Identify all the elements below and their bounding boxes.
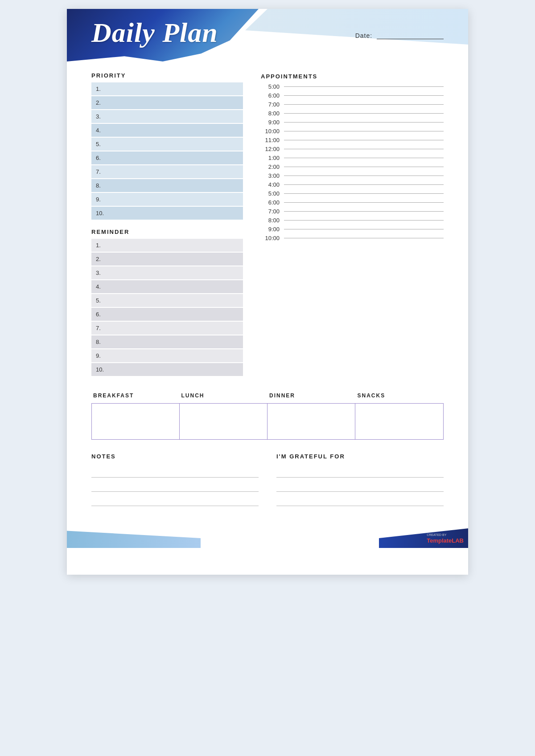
appt-line[interactable]	[284, 131, 444, 131]
grateful-line[interactable]	[276, 494, 444, 506]
list-item[interactable]: 8.	[91, 335, 243, 349]
lunch-column	[180, 404, 268, 439]
note-line[interactable]	[91, 494, 259, 506]
list-item[interactable]: 9.	[91, 349, 243, 363]
appointment-row: 5:00	[261, 190, 444, 197]
appt-time: 10:00	[261, 128, 284, 135]
appt-line[interactable]	[284, 113, 444, 114]
notes-title: NOTES	[91, 453, 259, 460]
list-item[interactable]: 8.	[91, 179, 243, 193]
priority-title: PRIORITY	[91, 72, 243, 79]
appointment-row: 2:00	[261, 163, 444, 170]
snacks-column	[355, 404, 443, 439]
list-item[interactable]: 10.	[91, 363, 243, 377]
footer: CREATED BY TemplateLAB	[67, 521, 468, 548]
appointment-row: 6:00	[261, 199, 444, 206]
grateful-line[interactable]	[276, 479, 444, 492]
snacks-content[interactable]	[355, 404, 443, 439]
appointment-row: 3:00	[261, 172, 444, 179]
appt-line[interactable]	[284, 184, 444, 185]
appt-line[interactable]	[284, 167, 444, 167]
appt-line[interactable]	[284, 193, 444, 194]
appt-line[interactable]	[284, 202, 444, 203]
appointments-title: APPOINTMENTS	[261, 73, 444, 80]
appt-line[interactable]	[284, 140, 444, 140]
breakfast-content[interactable]	[92, 404, 179, 439]
created-by-label: CREATED BY	[427, 533, 464, 536]
appt-time: 6:00	[261, 199, 284, 206]
appointment-row: 8:00	[261, 110, 444, 117]
list-item[interactable]: 1.	[91, 239, 243, 253]
appt-time: 2:00	[261, 163, 284, 170]
appt-line[interactable]	[284, 95, 444, 96]
appt-time: 7:00	[261, 208, 284, 215]
appointment-row: 9:00	[261, 119, 444, 126]
appt-line[interactable]	[284, 220, 444, 221]
list-item[interactable]: 2.	[91, 96, 243, 110]
footer-blob-left	[67, 523, 201, 548]
appt-line[interactable]	[284, 122, 444, 123]
note-line[interactable]	[91, 479, 259, 492]
date-line[interactable]	[377, 39, 444, 39]
list-item[interactable]: 4.	[91, 280, 243, 294]
grateful-line[interactable]	[276, 465, 444, 478]
appointment-row: 4:00	[261, 181, 444, 188]
appt-time: 11:00	[261, 137, 284, 143]
appt-time: 9:00	[261, 119, 284, 126]
grateful-title: I'M GRATEFUL FOR	[276, 453, 444, 460]
appt-time: 6:00	[261, 92, 284, 99]
appt-line[interactable]	[284, 104, 444, 105]
appointment-row: 7:00	[261, 208, 444, 215]
list-item[interactable]: 5.	[91, 294, 243, 308]
lunch-content[interactable]	[180, 404, 267, 439]
appointment-row: 7:00	[261, 101, 444, 108]
list-item[interactable]: 6.	[91, 308, 243, 322]
list-item[interactable]: 2.	[91, 253, 243, 266]
appointment-row: 9:00	[261, 226, 444, 233]
appointment-row: 6:00	[261, 92, 444, 99]
appt-line[interactable]	[284, 149, 444, 149]
breakfast-label: BREAKFAST	[91, 392, 180, 401]
lunch-label: LUNCH	[180, 392, 268, 401]
list-item[interactable]: 3.	[91, 110, 243, 124]
appointment-row: 11:00	[261, 137, 444, 143]
appt-time: 12:00	[261, 146, 284, 152]
appt-time: 5:00	[261, 190, 284, 197]
grateful-column: I'M GRATEFUL FOR	[276, 453, 444, 508]
note-line[interactable]	[91, 465, 259, 478]
list-item[interactable]: 4.	[91, 124, 243, 138]
list-item[interactable]: 7.	[91, 165, 243, 179]
appt-time: 8:00	[261, 217, 284, 224]
notes-column: NOTES	[91, 453, 259, 508]
list-item[interactable]: 5.	[91, 138, 243, 151]
appointment-row: 1:00	[261, 155, 444, 161]
appointment-row: 5:00	[261, 83, 444, 90]
appt-line[interactable]	[284, 211, 444, 212]
appt-line[interactable]	[284, 229, 444, 229]
templatelab-branding: CREATED BY TemplateLAB	[427, 533, 464, 544]
header-blob-light	[245, 9, 468, 45]
reminder-section: REMINDER 1. 2. 3. 4. 5. 6. 7. 8. 9. 10.	[91, 229, 243, 377]
priority-section: PRIORITY 1. 2. 3. 4. 5. 6. 7. 8. 9. 10.	[91, 72, 243, 221]
list-item[interactable]: 7.	[91, 322, 243, 335]
list-item[interactable]: 9.	[91, 193, 243, 207]
meals-headers: BREAKFAST LUNCH DINNER SNACKS	[91, 392, 444, 401]
appt-line[interactable]	[284, 158, 444, 158]
date-label: Date:	[355, 32, 444, 39]
list-item[interactable]: 10.	[91, 207, 243, 221]
appt-line[interactable]	[284, 176, 444, 176]
header: Daily Plan Date:	[67, 9, 468, 61]
main-content: PRIORITY 1. 2. 3. 4. 5. 6. 7. 8. 9. 10. …	[67, 61, 468, 386]
list-item[interactable]: 1.	[91, 82, 243, 96]
appointment-row: 8:00	[261, 217, 444, 224]
appt-line[interactable]	[284, 238, 444, 238]
templatelab-logo: CREATED BY TemplateLAB	[427, 533, 464, 544]
list-item[interactable]: 3.	[91, 266, 243, 280]
dinner-content[interactable]	[268, 404, 355, 439]
snacks-label: SNACKS	[356, 392, 444, 401]
reminder-list: 1. 2. 3. 4. 5. 6. 7. 8. 9. 10.	[91, 239, 243, 377]
appt-time: 7:00	[261, 101, 284, 108]
reminder-title: REMINDER	[91, 229, 243, 235]
list-item[interactable]: 6.	[91, 151, 243, 165]
appt-line[interactable]	[284, 86, 444, 87]
